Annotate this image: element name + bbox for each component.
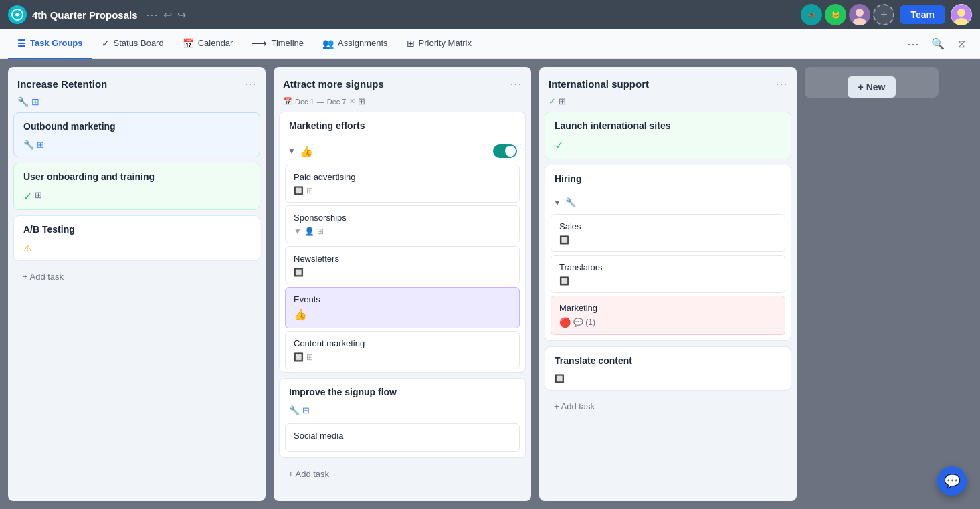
group-marketing-header[interactable]: Marketing efforts bbox=[280, 112, 525, 139]
person-icon: 👤 bbox=[304, 227, 314, 236]
group-launch-intl[interactable]: Launch international sites ✓ bbox=[545, 112, 791, 159]
group-header[interactable]: Outbound marketing bbox=[14, 113, 260, 140]
column-body: Launch international sites ✓ Hiring ▼ 🔧 … bbox=[539, 112, 797, 501]
grid-small-icon: ⊞ bbox=[306, 186, 313, 195]
collapse-sub-icon[interactable]: ▼ bbox=[294, 227, 302, 236]
add-task-button[interactable]: + Add task bbox=[279, 464, 526, 484]
group-hiring-header[interactable]: Hiring bbox=[545, 165, 791, 192]
nav-assignments[interactable]: 👥 Assignments bbox=[313, 29, 397, 59]
team-button[interactable]: Team bbox=[900, 5, 945, 24]
column-header: International support ⋯ bbox=[539, 67, 797, 96]
task-marketing[interactable]: Marketing 🔴 💬 (1) bbox=[551, 296, 785, 335]
error-icon: 🔴 bbox=[559, 317, 571, 328]
task-title: Sponsorships bbox=[294, 213, 511, 223]
task-social-media[interactable]: Social media bbox=[285, 423, 520, 452]
task-icons: 🔴 💬 (1) bbox=[559, 317, 777, 328]
add-member-button[interactable]: + bbox=[873, 4, 894, 25]
task-content-marketing[interactable]: Content marketing 🔲 ⊞ bbox=[285, 331, 520, 369]
task-paid-advertising[interactable]: Paid advertising 🔲 ⊞ bbox=[285, 165, 520, 203]
nav-calendar[interactable]: 📅 Calendar bbox=[173, 29, 243, 59]
grid-icon: ⊞ bbox=[559, 96, 566, 106]
task-title: Sales bbox=[559, 221, 777, 231]
svg-point-9 bbox=[957, 9, 965, 17]
task-translators[interactable]: Translators 🔲 bbox=[551, 255, 785, 293]
status-board-icon: ✓ bbox=[102, 38, 110, 49]
redo-button[interactable]: ↪ bbox=[177, 9, 186, 21]
date-close-icon[interactable]: ✕ bbox=[349, 97, 355, 106]
nav-status-board-label: Status Board bbox=[114, 38, 164, 48]
svg-point-6 bbox=[856, 9, 864, 17]
task-icons: 👍 bbox=[294, 308, 511, 321]
group-user-onboarding[interactable]: User onboarding and training ✓ ⊞ bbox=[13, 163, 260, 210]
new-column-button[interactable]: + New bbox=[848, 76, 896, 98]
collapse-icon[interactable]: ▼ bbox=[553, 198, 561, 207]
app-logo[interactable] bbox=[8, 5, 27, 24]
check-icon: ✓ bbox=[23, 190, 32, 203]
undo-button[interactable]: ↩ bbox=[163, 9, 172, 21]
toggle-knob bbox=[505, 146, 516, 157]
column-more-button[interactable]: ⋯ bbox=[510, 76, 522, 91]
nav-priority-matrix[interactable]: ⊞ Priority Matrix bbox=[397, 29, 481, 59]
avatar-group: 🦋 🐱 + bbox=[801, 4, 894, 25]
avatar-user-3[interactable] bbox=[849, 4, 870, 25]
priority-matrix-icon: ⊞ bbox=[407, 38, 415, 49]
column-title: Increase Retention bbox=[17, 78, 239, 90]
date-start: Dec 1 bbox=[295, 98, 314, 106]
nav-task-groups-label: Task Groups bbox=[30, 38, 83, 48]
column-more-button[interactable]: ⋯ bbox=[775, 76, 787, 91]
column-icons-row: 🔧 ⊞ bbox=[8, 96, 266, 112]
avatar-user-2[interactable]: 🐱 bbox=[825, 4, 846, 25]
date-badge: 📅 Dec 1 — Dec 7 ✕ ⊞ bbox=[274, 96, 531, 112]
group-title: Marketing efforts bbox=[289, 120, 516, 131]
task-title: Marketing bbox=[559, 303, 777, 313]
nav-status-board[interactable]: ✓ Status Board bbox=[92, 29, 173, 59]
current-user-avatar[interactable] bbox=[951, 4, 972, 25]
project-more-button[interactable]: ⋯ bbox=[146, 7, 158, 22]
group-header[interactable]: Translate content bbox=[545, 347, 791, 374]
collapse-icon[interactable]: ▼ bbox=[288, 146, 296, 156]
nav-more-button[interactable]: ⋯ bbox=[902, 37, 924, 52]
column-icons-row: ✓ ⊞ bbox=[539, 96, 797, 112]
group-ab-testing[interactable]: A/B Testing ⚠ bbox=[13, 215, 260, 261]
group-header[interactable]: A/B Testing bbox=[14, 216, 260, 243]
date-grid-icon: ⊞ bbox=[358, 96, 365, 106]
column-more-button[interactable]: ⋯ bbox=[244, 76, 256, 91]
filter-button[interactable]: ⧖ bbox=[951, 38, 972, 50]
task-title: Content marketing bbox=[294, 338, 511, 348]
group-controls-row: ▼ 👍 bbox=[280, 139, 525, 162]
check-icon: ✓ bbox=[555, 139, 563, 152]
nav-task-groups[interactable]: ☰ Task Groups bbox=[8, 29, 92, 59]
task-sales[interactable]: Sales 🔲 bbox=[551, 214, 785, 252]
add-task-button[interactable]: + Add task bbox=[13, 266, 260, 287]
group-title: Improve the signup flow bbox=[289, 387, 516, 397]
checkbox-icon: 🔲 bbox=[559, 235, 569, 245]
task-newsletters[interactable]: Newsletters 🔲 bbox=[285, 246, 520, 284]
search-button[interactable]: 🔍 bbox=[924, 37, 951, 50]
task-title: Events bbox=[294, 294, 511, 304]
group-header[interactable]: Launch international sites bbox=[545, 112, 791, 139]
task-title: Newsletters bbox=[294, 253, 511, 264]
column-title: International support bbox=[549, 78, 770, 90]
wrench-icon: 🔧 bbox=[565, 197, 576, 207]
task-events[interactable]: Events 👍 bbox=[285, 287, 520, 328]
group-title: Launch international sites bbox=[555, 120, 781, 131]
toggle-switch[interactable] bbox=[493, 144, 517, 158]
column-attract-signups: Attract more signups ⋯ 📅 Dec 1 — Dec 7 ✕… bbox=[274, 67, 531, 501]
column-header: Increase Retention ⋯ bbox=[8, 67, 266, 96]
add-task-button[interactable]: + Add task bbox=[545, 396, 791, 417]
task-groups-icon: ☰ bbox=[17, 38, 26, 49]
column-body: Outbound marketing 🔧 ⊞ User onboarding a… bbox=[8, 112, 266, 501]
task-icons: 🔲 bbox=[294, 268, 511, 277]
group-translate-content[interactable]: Translate content 🔲 bbox=[545, 346, 791, 391]
group-header[interactable]: User onboarding and training bbox=[14, 163, 260, 190]
nav-timeline[interactable]: ⟶ Timeline bbox=[242, 29, 313, 59]
group-outbound-marketing[interactable]: Outbound marketing 🔧 ⊞ bbox=[13, 112, 260, 157]
task-sponsorships[interactable]: Sponsorships ▼ 👤 ⊞ bbox=[285, 205, 520, 243]
chat-button[interactable]: 💬 bbox=[937, 466, 967, 496]
grid-small-icon: ⊞ bbox=[306, 352, 313, 362]
avatar-user-1[interactable]: 🦋 bbox=[801, 4, 822, 25]
checkbox-icon: 🔲 bbox=[294, 352, 304, 362]
svg-text:🦋: 🦋 bbox=[807, 11, 816, 19]
group-signup-header[interactable]: Improve the signup flow bbox=[280, 379, 525, 405]
nav-timeline-label: Timeline bbox=[271, 38, 304, 48]
